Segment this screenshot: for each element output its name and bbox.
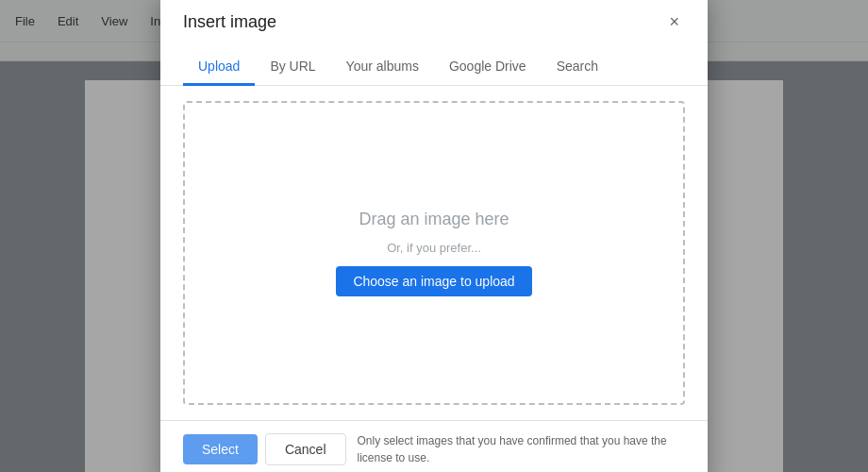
upload-drop-zone[interactable]: Drag an image here Or, if you prefer... … bbox=[183, 101, 685, 405]
insert-image-modal: Insert image × Upload By URL Your albums… bbox=[160, 0, 708, 472]
modal-footer: Select Cancel Only select images that yo… bbox=[160, 420, 708, 472]
tab-your-albums[interactable]: Your albums bbox=[331, 49, 434, 86]
modal-header: Insert image × bbox=[160, 0, 708, 34]
tab-upload[interactable]: Upload bbox=[183, 49, 255, 86]
choose-image-button[interactable]: Choose an image to upload bbox=[336, 266, 531, 296]
select-button[interactable]: Select bbox=[183, 434, 258, 464]
modal-body: Drag an image here Or, if you prefer... … bbox=[160, 86, 708, 420]
footer-note: Only select images that you have confirm… bbox=[358, 432, 685, 466]
modal-title: Insert image bbox=[183, 12, 276, 32]
modal-tabs: Upload By URL Your albums Google Drive S… bbox=[160, 49, 708, 86]
footer-action-buttons: Select Cancel bbox=[183, 433, 346, 465]
modal-close-button[interactable]: × bbox=[663, 9, 685, 34]
tab-by-url[interactable]: By URL bbox=[255, 49, 330, 86]
tab-search[interactable]: Search bbox=[542, 49, 613, 86]
drag-text: Drag an image here bbox=[359, 210, 509, 229]
or-text: Or, if you prefer... bbox=[387, 241, 481, 255]
tab-google-drive[interactable]: Google Drive bbox=[434, 49, 542, 86]
cancel-button[interactable]: Cancel bbox=[265, 433, 346, 465]
